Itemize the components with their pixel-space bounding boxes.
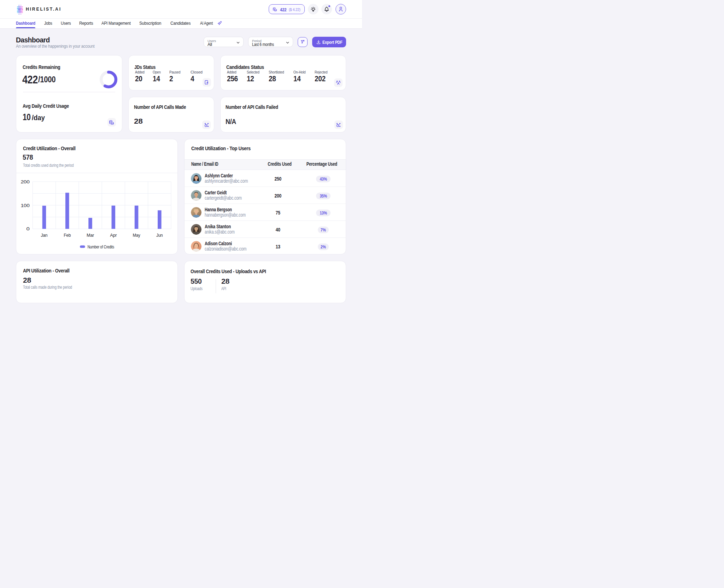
svg-text:0: 0	[27, 226, 30, 231]
svg-text:100: 100	[21, 203, 30, 208]
svg-text:Feb: Feb	[64, 233, 71, 238]
svg-text:Mar: Mar	[87, 233, 94, 238]
svg-text:May: May	[133, 233, 140, 238]
svg-text:Jan: Jan	[41, 233, 47, 238]
svg-text:Jun: Jun	[156, 233, 163, 238]
svg-text:Number of Credits: Number of Credits	[88, 245, 115, 249]
svg-text:200: 200	[21, 179, 30, 184]
svg-text:Apr: Apr	[110, 233, 117, 238]
